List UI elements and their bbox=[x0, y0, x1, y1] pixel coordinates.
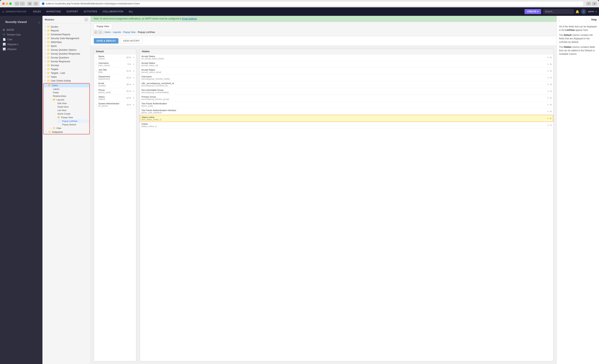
field-row-email[interactable]: ⠿ Email [email1] 30 % ✎ bbox=[94, 81, 136, 88]
tree-item-detail-view[interactable]: Detail View bbox=[53, 105, 89, 109]
field-row-lbl-sg-noninherit[interactable]: LBL_securitygroup_noninherit_id [securit… bbox=[140, 81, 553, 88]
tree-item-targets[interactable]: + 📁 Targets bbox=[43, 67, 90, 71]
breadcrumb-popup-view[interactable]: Popup View bbox=[123, 31, 136, 34]
tree-item-survey-responses[interactable]: + 📁 Survey Responses bbox=[43, 59, 90, 63]
edit-field-icon[interactable]: ✎ bbox=[547, 104, 549, 106]
field-row-department[interactable]: ⠿ Department [department] 15 % ✎ bbox=[94, 74, 136, 81]
minimize-button[interactable] bbox=[6, 2, 8, 5]
tree-item-fields[interactable]: Fields bbox=[48, 91, 89, 94]
tree-item-edit-view[interactable]: Edit View bbox=[53, 102, 89, 105]
tree-item-user-online-activity[interactable]: + 📁 User Online Activity bbox=[43, 79, 90, 83]
edit-field-icon[interactable]: ✎ bbox=[547, 90, 549, 92]
tree-item-reports[interactable]: + 📁 Reports bbox=[43, 29, 90, 33]
field-row-username-sg[interactable]: Username [securitygroup_noninher_fields]… bbox=[140, 74, 553, 81]
tree-item-quick-create[interactable]: Quick Create bbox=[53, 112, 89, 116]
home-icon[interactable]: ⌂ bbox=[2, 10, 4, 13]
field-row-phone[interactable]: ⠿ Phone [phone_work] 25 % ✎ bbox=[94, 88, 136, 95]
edit-field-icon[interactable]: ✎ bbox=[547, 57, 549, 59]
edit-field-icon[interactable]: ✎ bbox=[547, 110, 549, 113]
refresh-icon[interactable]: ↺ bbox=[586, 2, 591, 6]
edit-field-icon[interactable]: ✎ bbox=[133, 70, 134, 72]
tree-item-survey-question-options[interactable]: + 📁 Survey Question Options bbox=[43, 48, 90, 52]
edit-field-icon[interactable]: ✎ bbox=[133, 97, 134, 99]
edit-field-icon[interactable]: ✎ bbox=[547, 70, 549, 72]
notifications-icon[interactable]: 🔔 bbox=[575, 10, 579, 14]
tree-item-surveys[interactable]: + 📁 Surveys bbox=[43, 63, 90, 67]
field-row-job-title[interactable]: ⠿ Job Title [title] 15 % ✎ bbox=[94, 68, 136, 74]
edit-field-icon[interactable]: ✎ bbox=[547, 77, 549, 79]
field-row-primary-group[interactable]: Primary Group [securitygroup_primary_gro… bbox=[140, 95, 553, 102]
nav-marketing[interactable]: MARKETING bbox=[44, 7, 64, 16]
sidebar-item-igrushka1[interactable]: 📊 Игрушка 1 ✎ bbox=[0, 42, 43, 47]
nav-sales[interactable]: SALES bbox=[30, 7, 44, 16]
edit-field-icon[interactable]: ✎ bbox=[133, 90, 134, 92]
bookmark-icon[interactable]: ★ bbox=[592, 2, 597, 6]
tree-item-list-view[interactable]: List View bbox=[53, 109, 89, 112]
address-bar[interactable]: 🔵 suitecrm.local/index.php?module=Module… bbox=[40, 1, 583, 6]
tree-item-spots[interactable]: + 📁 Spots bbox=[43, 44, 90, 48]
tree-item-popup-view[interactable]: − 📂 Popup View bbox=[53, 116, 89, 119]
tree-item-layouts[interactable]: − 📂 Layouts bbox=[48, 98, 89, 102]
edit-field-icon[interactable]: ✎ bbox=[133, 63, 134, 65]
field-row-non-inheritable-group[interactable]: Non-Inheritable Group [securitygroup_non… bbox=[140, 88, 553, 95]
nav-activities[interactable]: ACTIVITIES bbox=[81, 7, 100, 16]
collapse-panel-button[interactable]: ‹ bbox=[84, 18, 88, 22]
sidebar-item-324235[interactable]: ⊞ 324235 ✎ bbox=[0, 27, 43, 32]
edit-field-icon[interactable]: ✎ bbox=[133, 57, 134, 59]
tree-item-popup-search[interactable]: Popup Search bbox=[58, 123, 89, 126]
user-avatar[interactable]: 👤 bbox=[581, 9, 586, 14]
sidebar-collapse-icon[interactable]: ◁ bbox=[38, 21, 40, 24]
user-chevron-icon[interactable]: ▾ bbox=[596, 11, 597, 13]
sidebar-item-tortoise[interactable]: 🛡 Tortoise Corp ✎ bbox=[0, 32, 43, 37]
back-button[interactable]: ‹ bbox=[15, 2, 19, 6]
tree-item-targets-lists[interactable]: + 📁 Targets - Lists bbox=[43, 71, 90, 75]
tree-item-popup-listview[interactable]: Popup ListView bbox=[58, 119, 89, 123]
save-deploy-button[interactable]: SAVE & DEPLOY bbox=[94, 38, 118, 43]
field-row-status-online[interactable]: Status online [text_status_online_c] ✎ % bbox=[140, 115, 553, 122]
tree-item-relationships[interactable]: Relationships bbox=[48, 94, 89, 98]
tree-item-users[interactable]: − 📂 Users bbox=[44, 84, 89, 87]
field-row-sysadmin[interactable]: ⠿ System Administrator [is_admin] 10 % ✎ bbox=[94, 102, 136, 108]
sidebar-item-igrushka[interactable]: 📊 Игрушка ✎ bbox=[0, 47, 43, 51]
tree-item-tasks[interactable]: + 📁 Tasks bbox=[43, 75, 90, 79]
field-row-name[interactable]: ⠿ Name [name] 30 % ✎ bbox=[94, 54, 136, 61]
close-button[interactable] bbox=[2, 2, 5, 5]
edit-field-icon[interactable]: ✎ bbox=[547, 84, 549, 86]
edit-field-icon[interactable]: ✎ bbox=[547, 97, 549, 99]
nav-support[interactable]: SUPPORT bbox=[64, 7, 81, 16]
field-row-accept-status-2[interactable]: Accept Status [accept_status_id] ✎ % bbox=[140, 61, 553, 68]
tree-item-filter[interactable]: + 📁 Filter bbox=[48, 126, 89, 130]
breadcrumb-layouts[interactable]: Layouts bbox=[113, 31, 121, 34]
tree-item-labels[interactable]: Labels bbox=[48, 87, 89, 91]
field-row-status[interactable]: ⠿ Status [status] 10 % ✎ bbox=[94, 95, 136, 102]
edit-field-icon[interactable]: ✎ bbox=[133, 77, 134, 79]
edit-field-icon[interactable]: ✎ bbox=[133, 84, 134, 86]
forward-button[interactable]: › bbox=[20, 2, 25, 6]
user-menu[interactable]: admin bbox=[588, 10, 594, 13]
email-settings-link[interactable]: Email Settings bbox=[182, 17, 197, 20]
back-breadcrumb-icon[interactable]: ← bbox=[98, 30, 102, 34]
field-row-two-factor-auth[interactable]: Two Factor Authentication [factor_auth] … bbox=[140, 102, 553, 108]
field-row-two-factor-auth-interface[interactable]: Two Factor Authentication Interface [fac… bbox=[140, 108, 553, 115]
field-row-username[interactable]: ⠿ Username [user_name] 5 % ✎ bbox=[94, 61, 136, 68]
tree-item-subpanels[interactable]: + 📁 Subpanels bbox=[44, 130, 89, 134]
maximize-button[interactable] bbox=[9, 2, 12, 5]
edit-field-icon[interactable]: ✎ bbox=[133, 104, 134, 106]
edit-field-icon[interactable]: ✎ bbox=[547, 118, 549, 119]
field-row-accept-status-1[interactable]: Accept Status [m_accept_status_fields] ✎… bbox=[140, 54, 553, 61]
home-breadcrumb-icon[interactable]: ⌂ bbox=[94, 30, 98, 34]
nav-all[interactable]: ALL bbox=[126, 7, 136, 16]
edit-field-icon[interactable]: ✎ bbox=[547, 124, 549, 126]
field-row-online[interactable]: Online [status_online_c] ✎ % bbox=[140, 122, 553, 129]
nav-collaboration[interactable]: COLLABORATION bbox=[100, 7, 126, 16]
tab-popup-view[interactable]: Popup View bbox=[94, 24, 112, 29]
expand-help-icon[interactable]: › bbox=[559, 19, 560, 22]
search-input[interactable] bbox=[543, 9, 574, 14]
tree-item-security-suite[interactable]: + 📁 Security Suite Management bbox=[43, 36, 90, 40]
tree-item-quotes[interactable]: + 📁 Quotes bbox=[43, 25, 90, 29]
view-history-button[interactable]: VIEW HISTORY bbox=[120, 38, 143, 43]
tree-item-scheduled-reports[interactable]: + 📁 Scheduled Reports bbox=[43, 33, 90, 36]
tree-item-survey-questions[interactable]: + 📁 Survey Questions bbox=[43, 56, 90, 59]
edit-field-icon[interactable]: ✎ bbox=[547, 63, 549, 65]
sidebar-item-schet[interactable]: 📄 Счет ✎ bbox=[0, 37, 43, 42]
